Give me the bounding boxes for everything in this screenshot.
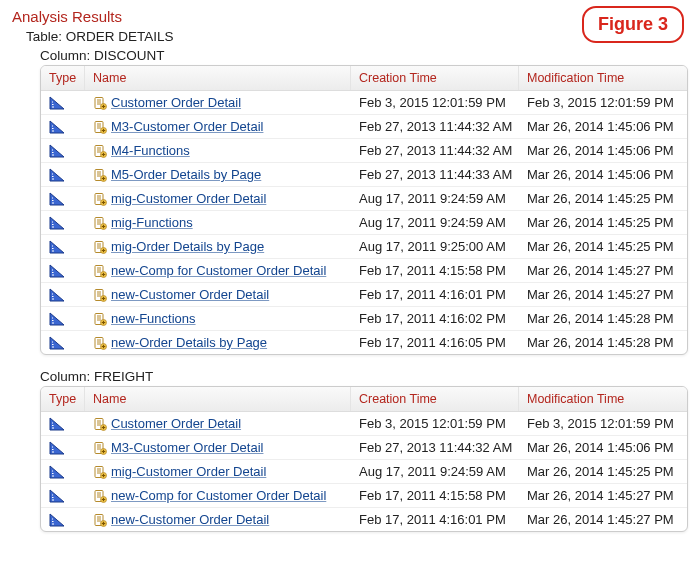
column-header-name[interactable]: Name	[85, 387, 351, 411]
modification-time: Mar 26, 2014 1:45:25 PM	[519, 187, 687, 210]
modification-time: Mar 26, 2014 1:45:25 PM	[519, 211, 687, 234]
creation-time: Feb 17, 2011 4:15:58 PM	[351, 484, 519, 507]
document-plus-icon	[93, 192, 107, 206]
table-prefix: Table:	[26, 29, 66, 44]
column-header-mtime[interactable]: Modification Time	[519, 66, 687, 90]
ruler-triangle-icon	[49, 489, 79, 503]
table-row[interactable]: M3-Customer Order DetailFeb 27, 2013 11:…	[41, 115, 687, 139]
type-cell	[41, 308, 85, 330]
creation-time: Feb 3, 2015 12:01:59 PM	[351, 91, 519, 114]
table-row[interactable]: new-Customer Order DetailFeb 17, 2011 4:…	[41, 508, 687, 531]
creation-time: Aug 17, 2011 9:24:59 AM	[351, 187, 519, 210]
document-plus-icon	[93, 288, 107, 302]
creation-time: Feb 17, 2011 4:16:01 PM	[351, 283, 519, 306]
modification-time: Mar 26, 2014 1:45:25 PM	[519, 235, 687, 258]
name-cell: M5-Order Details by Page	[85, 163, 351, 186]
ruler-triangle-icon	[49, 513, 79, 527]
modification-time: Mar 26, 2014 1:45:25 PM	[519, 460, 687, 483]
ruler-triangle-icon	[49, 336, 79, 350]
column-header-ctime[interactable]: Creation Time	[351, 66, 519, 90]
column-header-type[interactable]: Type	[41, 66, 85, 90]
table-row[interactable]: M5-Order Details by PageFeb 27, 2013 11:…	[41, 163, 687, 187]
name-cell: new-Customer Order Detail	[85, 283, 351, 306]
name-cell: new-Comp for Customer Order Detail	[85, 484, 351, 507]
item-link[interactable]: M3-Customer Order Detail	[111, 119, 263, 134]
item-link[interactable]: new-Functions	[111, 311, 196, 326]
item-link[interactable]: M5-Order Details by Page	[111, 167, 261, 182]
item-link[interactable]: mig-Customer Order Detail	[111, 191, 266, 206]
table-row[interactable]: new-Comp for Customer Order DetailFeb 17…	[41, 484, 687, 508]
modification-time: Feb 3, 2015 12:01:59 PM	[519, 412, 687, 435]
item-link[interactable]: mig-Functions	[111, 215, 193, 230]
creation-time: Feb 3, 2015 12:01:59 PM	[351, 412, 519, 435]
column-header-name[interactable]: Name	[85, 66, 351, 90]
name-cell: mig-Order Details by Page	[85, 235, 351, 258]
item-link[interactable]: mig-Customer Order Detail	[111, 464, 266, 479]
document-plus-icon	[93, 489, 107, 503]
name-cell: Customer Order Detail	[85, 412, 351, 435]
table-row[interactable]: new-Customer Order DetailFeb 17, 2011 4:…	[41, 283, 687, 307]
column-header-mtime[interactable]: Modification Time	[519, 387, 687, 411]
table-row[interactable]: Customer Order DetailFeb 3, 2015 12:01:5…	[41, 91, 687, 115]
modification-time: Mar 26, 2014 1:45:27 PM	[519, 259, 687, 282]
type-cell	[41, 284, 85, 306]
type-cell	[41, 212, 85, 234]
table-row[interactable]: Customer Order DetailFeb 3, 2015 12:01:5…	[41, 412, 687, 436]
column-header-type[interactable]: Type	[41, 387, 85, 411]
document-plus-icon	[93, 144, 107, 158]
modification-time: Mar 26, 2014 1:45:27 PM	[519, 283, 687, 306]
ruler-triangle-icon	[49, 168, 79, 182]
item-link[interactable]: new-Customer Order Detail	[111, 512, 269, 527]
item-link[interactable]: Customer Order Detail	[111, 95, 241, 110]
name-cell: new-Order Details by Page	[85, 331, 351, 354]
creation-time: Feb 17, 2011 4:15:58 PM	[351, 259, 519, 282]
table-row[interactable]: new-FunctionsFeb 17, 2011 4:16:02 PMMar …	[41, 307, 687, 331]
item-link[interactable]: new-Comp for Customer Order Detail	[111, 488, 326, 503]
column-header-ctime[interactable]: Creation Time	[351, 387, 519, 411]
table-row[interactable]: new-Comp for Customer Order DetailFeb 17…	[41, 259, 687, 283]
creation-time: Feb 17, 2011 4:16:01 PM	[351, 508, 519, 531]
document-plus-icon	[93, 120, 107, 134]
creation-time: Feb 17, 2011 4:16:02 PM	[351, 307, 519, 330]
item-link[interactable]: M4-Functions	[111, 143, 190, 158]
column-label: Column: FREIGHT	[40, 369, 688, 384]
item-link[interactable]: new-Comp for Customer Order Detail	[111, 263, 326, 278]
name-cell: new-Customer Order Detail	[85, 508, 351, 531]
ruler-triangle-icon	[49, 96, 79, 110]
grid-header: TypeNameCreation TimeModification Time	[41, 66, 687, 91]
column-prefix: Column:	[40, 369, 94, 384]
table-row[interactable]: mig-Customer Order DetailAug 17, 2011 9:…	[41, 460, 687, 484]
results-grid: TypeNameCreation TimeModification Time C…	[40, 65, 688, 355]
name-cell: M3-Customer Order Detail	[85, 115, 351, 138]
table-row[interactable]: mig-FunctionsAug 17, 2011 9:24:59 AMMar …	[41, 211, 687, 235]
type-cell	[41, 461, 85, 483]
document-plus-icon	[93, 312, 107, 326]
type-cell	[41, 413, 85, 435]
table-row[interactable]: mig-Customer Order DetailAug 17, 2011 9:…	[41, 187, 687, 211]
item-link[interactable]: M3-Customer Order Detail	[111, 440, 263, 455]
item-link[interactable]: mig-Order Details by Page	[111, 239, 264, 254]
item-link[interactable]: Customer Order Detail	[111, 416, 241, 431]
name-cell: Customer Order Detail	[85, 91, 351, 114]
table-row[interactable]: M4-FunctionsFeb 27, 2013 11:44:32 AMMar …	[41, 139, 687, 163]
modification-time: Mar 26, 2014 1:45:06 PM	[519, 436, 687, 459]
ruler-triangle-icon	[49, 264, 79, 278]
ruler-triangle-icon	[49, 240, 79, 254]
document-plus-icon	[93, 513, 107, 527]
item-link[interactable]: new-Customer Order Detail	[111, 287, 269, 302]
name-cell: new-Comp for Customer Order Detail	[85, 259, 351, 282]
item-link[interactable]: new-Order Details by Page	[111, 335, 267, 350]
ruler-triangle-icon	[49, 441, 79, 455]
creation-time: Feb 27, 2013 11:44:33 AM	[351, 163, 519, 186]
column-label: Column: DISCOUNT	[40, 48, 688, 63]
figure-badge: Figure 3	[582, 6, 684, 43]
type-cell	[41, 332, 85, 354]
table-row[interactable]: new-Order Details by PageFeb 17, 2011 4:…	[41, 331, 687, 354]
table-row[interactable]: M3-Customer Order DetailFeb 27, 2013 11:…	[41, 436, 687, 460]
name-cell: new-Functions	[85, 307, 351, 330]
table-row[interactable]: mig-Order Details by PageAug 17, 2011 9:…	[41, 235, 687, 259]
modification-time: Mar 26, 2014 1:45:28 PM	[519, 331, 687, 354]
name-cell: mig-Customer Order Detail	[85, 460, 351, 483]
results-grid: TypeNameCreation TimeModification Time C…	[40, 386, 688, 532]
creation-time: Aug 17, 2011 9:24:59 AM	[351, 460, 519, 483]
